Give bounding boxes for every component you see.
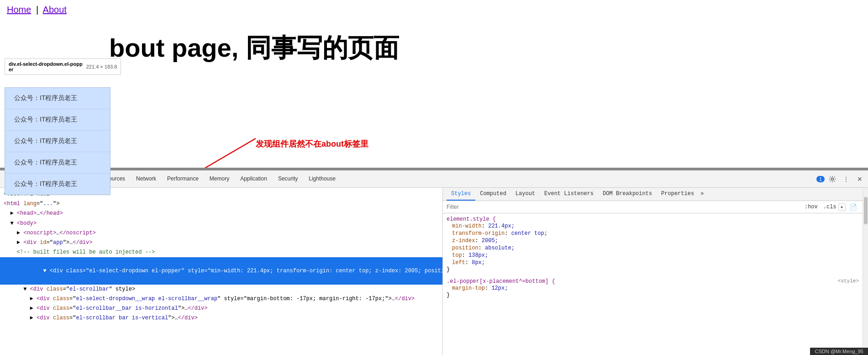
style-position: position: absolute; xyxy=(452,244,859,252)
styles-tab-dom-breakpoints[interactable]: DOM Breakpoints xyxy=(598,188,657,201)
styles-tab-event-listeners[interactable]: Event Listeners xyxy=(540,188,598,201)
issues-badge: 1 xyxy=(816,176,825,182)
styles-filter-bar: :hov .cls + 📄 xyxy=(443,201,863,213)
dom-line-scrollbar: ▼ <div class="el-scrollbar" style> xyxy=(0,285,442,294)
style-transform-origin: transform-origin: center top; xyxy=(452,230,859,237)
el-popper-style-block: .el-popper[x-placement^=bottom] { <style… xyxy=(447,278,859,298)
styles-tabs: Styles Computed Layout Event Listeners D… xyxy=(443,188,863,201)
filter-actions: :hov .cls + 📄 xyxy=(805,203,859,211)
devtools-right-icons: 1 ⋮ ✕ xyxy=(816,173,866,185)
dom-line-head: ► <head>…</head> xyxy=(0,209,442,218)
dom-line-app: ► <div id="app">…</div> xyxy=(0,238,442,248)
style-z-index: z-index: 2005; xyxy=(452,237,859,244)
dropdown-popup: 公众号：IT程序员老王 公众号：IT程序员老王 公众号：IT程序员老王 公众号：… xyxy=(5,87,110,195)
status-bar: CSDN @Mr.Meng_95 xyxy=(810,348,868,355)
nav-separator: | xyxy=(36,5,38,15)
dom-line-bar-vertical: ► <div class="el-scrollbar bar is-vertic… xyxy=(0,313,442,323)
style-left: left: 8px; xyxy=(452,259,859,266)
tab-network[interactable]: Network xyxy=(132,173,161,185)
dropdown-item-1[interactable]: 公众号：IT程序员老王 xyxy=(5,88,110,109)
about-link[interactable]: About xyxy=(43,5,67,15)
dropdown-item-4[interactable]: 公众号：IT程序员老王 xyxy=(5,152,110,174)
dom-line-bar-horizontal: ► <div class="el-scrollbar__bar is-horiz… xyxy=(0,304,442,313)
devtools-panel: Elements Console Sources Network Perform… xyxy=(0,168,868,355)
el-popper-selector: .el-popper[x-placement^=bottom] { <style… xyxy=(447,278,859,285)
filter-hov[interactable]: :hov xyxy=(805,204,818,210)
more-options-icon[interactable]: ⋮ xyxy=(840,173,852,185)
dom-line-el-popper[interactable]: ▼ <div class="el-select-dropdown el-popp… xyxy=(0,257,442,285)
filter-add-style[interactable]: + xyxy=(838,203,846,211)
style-margin-top: margin-top: 12px; xyxy=(452,285,859,292)
page-heading: This is about page, 同事写的页面 xyxy=(7,24,861,73)
element-style-selector: element.style { xyxy=(447,216,859,223)
tooltip-tag: div.el-select-dropdown.el-popper xyxy=(9,61,83,72)
settings-icon[interactable] xyxy=(826,173,838,185)
svg-point-4 xyxy=(831,178,834,180)
style-top: top: 138px; xyxy=(452,252,859,259)
styles-tabs-overflow[interactable]: » xyxy=(699,188,705,201)
style-min-width: min-width: 221.4px; xyxy=(452,223,859,230)
tab-security[interactable]: Security xyxy=(274,173,302,185)
element-inspector-tooltip: div.el-select-dropdown.el-popper 221.4 ×… xyxy=(5,58,121,75)
dom-line-body: ▼ <body> xyxy=(0,219,442,228)
dom-panel[interactable]: <!DOCTYPE html> <html lang="..."> ► <hea… xyxy=(0,188,443,355)
styles-panel: Styles Computed Layout Event Listeners D… xyxy=(443,188,863,355)
el-popper-close: } xyxy=(447,292,859,298)
styles-tab-layout[interactable]: Layout xyxy=(511,188,540,201)
main-content: div.el-select-dropdown.el-popper 221.4 ×… xyxy=(0,20,868,180)
element-style-block: element.style { min-width: 221.4px; tran… xyxy=(447,216,859,273)
scroll-thumb[interactable] xyxy=(864,197,868,224)
styles-tab-properties[interactable]: Properties xyxy=(657,188,699,201)
dom-line-scrollbar-wrap: ► <div class="el-select-dropdown__wrap e… xyxy=(0,294,442,304)
styles-filter-input[interactable] xyxy=(447,204,801,210)
dropdown-item-3[interactable]: 公众号：IT程序员老王 xyxy=(5,131,110,152)
close-devtools-icon[interactable]: ✕ xyxy=(854,173,866,185)
tab-performance[interactable]: Performance xyxy=(163,173,203,185)
annotation-text: 发现组件居然不在about标签里 xyxy=(256,138,368,149)
scrollbar-area[interactable] xyxy=(863,188,868,355)
tab-lighthouse[interactable]: Lighthouse xyxy=(304,173,340,185)
dom-line-comment: <!-- built files will be auto injected -… xyxy=(0,248,442,257)
filter-new-rule[interactable]: 📄 xyxy=(847,203,859,211)
devtools-main: <!DOCTYPE html> <html lang="..."> ► <hea… xyxy=(0,188,868,355)
tab-application[interactable]: Application xyxy=(236,173,272,185)
styles-tab-computed[interactable]: Computed xyxy=(475,188,511,201)
top-nav: Home | About xyxy=(0,0,868,20)
devtools-toolbar: Elements Console Sources Network Perform… xyxy=(0,170,868,188)
dom-line-noscript: ► <noscript>…</noscript> xyxy=(0,228,442,238)
home-link[interactable]: Home xyxy=(7,5,31,15)
styles-tab-styles[interactable]: Styles xyxy=(447,188,475,201)
filter-cls[interactable]: .cls xyxy=(823,204,836,210)
dom-line-html: <html lang="..."> xyxy=(0,199,442,209)
styles-content: element.style { min-width: 221.4px; tran… xyxy=(443,213,863,355)
tab-memory[interactable]: Memory xyxy=(205,173,234,185)
element-style-close: } xyxy=(447,266,859,273)
tooltip-dimensions: 221.4 × 183.8 xyxy=(86,64,117,69)
dropdown-item-5[interactable]: 公众号：IT程序员老王 xyxy=(5,174,110,195)
dropdown-item-2[interactable]: 公众号：IT程序员老王 xyxy=(5,109,110,131)
